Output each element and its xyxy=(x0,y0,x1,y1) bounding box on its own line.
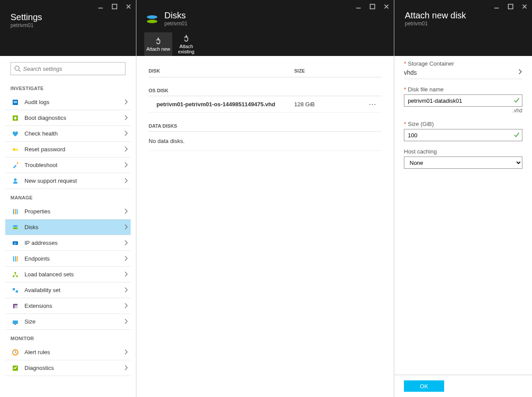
chevron-right-icon xyxy=(124,287,128,294)
attach-body: *Storage Container vhds *Disk file name … xyxy=(394,56,532,375)
heart-icon xyxy=(11,130,19,138)
chevron-right-icon xyxy=(518,69,522,76)
col-size: SIZE xyxy=(294,68,364,73)
item-extensions[interactable]: Extensions xyxy=(5,298,131,314)
disks-body: DISK SIZE OS DISK petrivm01-petrivm01-os… xyxy=(136,56,394,397)
settings-title: Settings xyxy=(10,12,127,22)
disks-blade: Disks petrivm01 Attach new Attach existi… xyxy=(136,0,394,397)
audit-icon xyxy=(11,98,19,106)
attach-icon xyxy=(154,37,162,45)
chevron-right-icon xyxy=(124,224,128,231)
filename-label: *Disk file name xyxy=(404,86,522,93)
svg-point-1 xyxy=(15,66,19,70)
svg-rect-26 xyxy=(14,305,17,308)
svg-point-20 xyxy=(14,272,16,274)
close-button[interactable] xyxy=(521,3,529,10)
tools-icon xyxy=(11,161,19,169)
availability-icon xyxy=(11,286,19,294)
item-label: Disks xyxy=(24,224,38,230)
chevron-right-icon xyxy=(124,99,128,106)
svg-rect-19 xyxy=(17,256,17,261)
search-icon xyxy=(14,65,21,72)
item-label: Properties xyxy=(24,208,50,215)
item-label: Extensions xyxy=(24,303,52,309)
disk-name: petrivm01-petrivm01-os-1449851149475.vhd xyxy=(149,101,294,108)
search-input[interactable] xyxy=(10,62,125,75)
row-actions-button[interactable]: ··· xyxy=(364,101,382,108)
item-label: Load balanced sets xyxy=(24,271,74,278)
item-load-balanced-sets[interactable]: Load balanced sets xyxy=(5,267,131,282)
close-button[interactable] xyxy=(382,3,390,10)
item-audit-logs[interactable]: Audit logs xyxy=(5,94,131,110)
disk-size: 128 GiB xyxy=(294,101,364,108)
item-size[interactable]: Size xyxy=(5,314,131,330)
ok-button[interactable]: OK xyxy=(404,380,444,392)
item-label: Size xyxy=(24,318,35,325)
svg-rect-4 xyxy=(14,102,17,103)
host-caching-select[interactable]: None xyxy=(404,157,522,169)
item-label: Endpoints xyxy=(24,255,50,262)
svg-rect-23 xyxy=(13,288,15,290)
check-icon xyxy=(514,97,520,104)
maximize-button[interactable] xyxy=(507,3,515,10)
svg-point-13 xyxy=(13,225,18,227)
size-input[interactable] xyxy=(404,129,522,141)
svg-point-33 xyxy=(147,20,157,23)
boot-icon xyxy=(11,114,19,122)
attach-existing-button[interactable]: Attach existing xyxy=(172,32,200,56)
storage-value: vhds xyxy=(404,69,417,76)
svg-point-32 xyxy=(147,15,157,19)
disks-icon xyxy=(11,223,19,231)
attach-title: Attach new disk xyxy=(405,10,523,21)
minimize-button[interactable] xyxy=(493,3,501,10)
maximize-button[interactable] xyxy=(369,3,376,10)
table-row[interactable]: petrivm01-petrivm01-os-1449851149475.vhd… xyxy=(149,96,382,113)
item-new-support-request[interactable]: New support request xyxy=(5,173,131,189)
svg-rect-0 xyxy=(112,4,117,9)
size-label: *Size (GiB) xyxy=(404,121,522,127)
toolbutton-label: Attach new xyxy=(146,46,170,52)
filename-input[interactable] xyxy=(404,94,522,107)
item-label: Availability set xyxy=(24,287,60,293)
item-reset-password[interactable]: Reset password xyxy=(5,142,131,157)
storage-container-selector[interactable]: *Storage Container vhds xyxy=(404,60,522,79)
chevron-right-icon xyxy=(124,240,128,247)
diagnostics-icon xyxy=(11,364,19,372)
maximize-button[interactable] xyxy=(111,3,118,10)
properties-icon xyxy=(11,208,19,216)
chevron-right-icon xyxy=(124,255,128,263)
item-diagnostics[interactable]: Diagnostics xyxy=(5,360,131,376)
item-endpoints[interactable]: Endpoints xyxy=(5,251,131,267)
check-icon xyxy=(514,132,520,139)
settings-subtitle: petrivm01 xyxy=(10,22,127,28)
data-disks-header: DATA DISKS xyxy=(149,113,382,132)
close-button[interactable] xyxy=(125,3,132,10)
minimize-button[interactable] xyxy=(355,3,362,10)
chevron-right-icon xyxy=(124,162,128,169)
attach-footer: OK xyxy=(394,375,532,397)
item-alert-rules[interactable]: Alert rules xyxy=(5,345,131,360)
item-label: New support request xyxy=(24,178,77,184)
attach-icon xyxy=(182,34,190,43)
item-disks[interactable]: Disks xyxy=(5,219,131,235)
item-troubleshoot[interactable]: Troubleshoot xyxy=(5,157,131,173)
item-properties[interactable]: Properties xyxy=(5,204,131,219)
minimize-button[interactable] xyxy=(97,3,104,10)
chevron-right-icon xyxy=(124,178,128,185)
attach-new-button[interactable]: Attach new xyxy=(144,32,172,56)
section-monitor: MONITOR xyxy=(0,330,136,345)
item-check-health[interactable]: Check health xyxy=(5,126,131,142)
empty-message: No data disks. xyxy=(149,132,382,151)
item-label: Check health xyxy=(24,130,58,137)
chevron-right-icon xyxy=(124,318,128,326)
chevron-right-icon xyxy=(124,130,128,138)
item-boot-diagnostics[interactable]: Boot diagnostics xyxy=(5,110,131,126)
svg-rect-34 xyxy=(508,4,513,9)
attach-blade: Attach new disk petrivm01 *Storage Conta… xyxy=(394,0,532,397)
settings-body: INVESTIGATE Audit logs Boot diagnostics … xyxy=(0,56,136,397)
item-ip-addresses[interactable]: IPIP addresses xyxy=(5,235,131,251)
item-label: Reset password xyxy=(24,146,65,153)
key-icon xyxy=(11,146,19,153)
disks-large-icon xyxy=(145,12,159,26)
item-availability-set[interactable]: Availability set xyxy=(5,282,131,298)
